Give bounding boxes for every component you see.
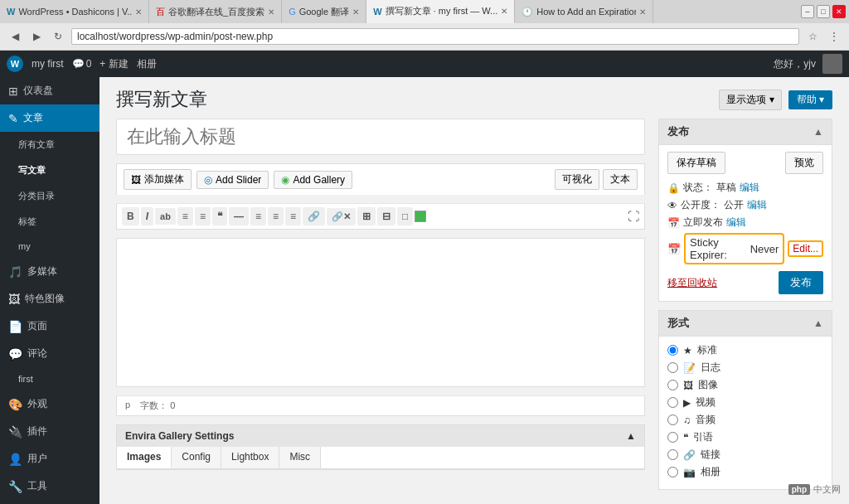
admin-bar-new[interactable]: + 新建 [99, 57, 128, 71]
fmt-hr[interactable]: — [229, 207, 249, 225]
sidebar-item-write-post[interactable]: 写文章 [0, 158, 99, 183]
url-input[interactable] [71, 28, 799, 45]
fmt-insert-table[interactable]: ⊞ [357, 207, 376, 225]
format-radio-link[interactable] [667, 449, 678, 460]
fmt-align-right[interactable]: ≡ [285, 207, 301, 225]
tab-google[interactable]: G Google 翻译 ✕ [282, 0, 366, 23]
envira-tab-lightbox[interactable]: Lightbox [221, 447, 279, 468]
tab-wp-close[interactable]: ✕ [135, 7, 142, 17]
sidebar-item-comments[interactable]: 💬 评论 [0, 340, 99, 367]
sidebar-item-dashboard[interactable]: ⊞ 仪表盘 [0, 77, 99, 104]
fmt-color-btn[interactable] [415, 211, 426, 222]
star-icon[interactable]: ☆ [804, 28, 821, 45]
display-options-btn[interactable]: 显示选项 ▾ [719, 90, 781, 110]
sidebar-item-posts[interactable]: ✎ 文章 [0, 104, 99, 132]
add-slider-btn[interactable]: ◎ Add Slider [196, 171, 269, 189]
tab-baidu[interactable]: 百 谷歌翻译在线_百度搜索 ✕ [149, 0, 282, 23]
sidebar-item-tags[interactable]: 标签 [0, 209, 99, 235]
sidebar-item-first[interactable]: first [0, 367, 99, 390]
move-trash-link[interactable]: 移至回收站 [667, 276, 717, 290]
tab-active[interactable]: W 撰写新文章 · my first — W... ✕ [366, 0, 515, 23]
format-album-label: 相册 [701, 465, 720, 479]
envira-tab-misc[interactable]: Misc [279, 447, 321, 468]
close-btn[interactable]: ✕ [832, 5, 846, 18]
status-edit-link[interactable]: 编辑 [740, 181, 759, 195]
tab-google-close[interactable]: ✕ [352, 7, 359, 17]
format-panel-collapse[interactable]: ▲ [813, 317, 823, 329]
visibility-edit-link[interactable]: 编辑 [747, 198, 767, 212]
sidebar-item-categories[interactable]: 分类目录 [0, 183, 99, 209]
format-radio-standard[interactable] [667, 345, 678, 356]
forward-btn[interactable]: ▶ [28, 28, 45, 45]
tab-active-close[interactable]: ✕ [501, 7, 507, 16]
categories-label: 分类目录 [18, 190, 55, 202]
sidebar-item-media[interactable]: 🎵 多媒体 [0, 258, 99, 285]
admin-bar-user[interactable]: 您好，yjv [774, 57, 816, 71]
tab-wp[interactable]: W WordPress • Dashicons | V... ✕ [0, 0, 149, 23]
format-radio-quote[interactable] [667, 432, 678, 443]
format-radio-album[interactable] [667, 467, 678, 477]
format-radio-audio[interactable] [667, 414, 678, 425]
sidebar-item-appearance[interactable]: 🎨 外观 [0, 390, 99, 418]
add-gallery-btn[interactable]: ◉ Add Gallery [274, 171, 352, 189]
add-gallery-label: Add Gallery [293, 174, 345, 186]
format-radio-image[interactable] [667, 380, 678, 390]
sidebar-item-featured[interactable]: 🖼 特色图像 [0, 285, 99, 313]
fmt-quote[interactable]: ❝ [212, 207, 227, 225]
tab-expiration[interactable]: 🕐 How to Add an Expiration... ✕ [515, 0, 653, 23]
envira-tab-config[interactable]: Config [172, 447, 221, 468]
sidebar-item-pages[interactable]: 📄 页面 [0, 313, 99, 340]
fmt-bold[interactable]: B [122, 207, 139, 225]
fmt-strikethrough[interactable]: ab [155, 208, 176, 225]
publish-btn[interactable]: 发布 [779, 271, 823, 294]
tab-baidu-close[interactable]: ✕ [268, 7, 274, 17]
sidebar-item-all-posts[interactable]: 所有文章 [0, 132, 99, 158]
envira-tab-images[interactable]: Images [117, 447, 172, 468]
fmt-unlink[interactable]: 🔗✕ [327, 208, 356, 225]
publish-panel-header: 发布 ▲ [659, 119, 832, 145]
sidebar-item-settings[interactable]: ⚙ 设置 [0, 500, 99, 504]
fmt-ol[interactable]: ≡ [195, 207, 211, 225]
minimize-btn[interactable]: – [801, 5, 814, 18]
wp-admin: ⊞ 仪表盘 ✎ 文章 所有文章 写文章 分类目录 标签 my 🎵 多媒体 🖼 特… [0, 77, 849, 504]
sidebar-item-plugins[interactable]: 🔌 插件 [0, 418, 99, 445]
tab-wp-label: WordPress • Dashicons | V... [18, 7, 132, 17]
post-title-input[interactable] [116, 119, 645, 155]
tab-expiration-close[interactable]: ✕ [639, 7, 646, 17]
save-draft-btn[interactable]: 保存草稿 [667, 152, 725, 174]
admin-bar-media[interactable]: 相册 [137, 57, 157, 71]
publish-time-edit-link[interactable]: 编辑 [726, 216, 746, 230]
fmt-align-center[interactable]: ≡ [268, 207, 284, 225]
fmt-expand-btn[interactable]: ⛶ [628, 210, 639, 223]
sidebar-item-my[interactable]: my [0, 235, 99, 258]
visual-btn[interactable]: 可视化 [555, 169, 599, 190]
sidebar-item-users[interactable]: 👤 用户 [0, 445, 99, 472]
format-link-label: 链接 [701, 448, 720, 462]
fmt-link[interactable]: 🔗 [303, 207, 325, 225]
envira-panel-collapse[interactable]: ▲ [626, 430, 636, 442]
admin-bar-comments[interactable]: 💬 0 [72, 58, 92, 70]
settings-icon[interactable]: ⋮ [826, 28, 842, 45]
back-btn[interactable]: ◀ [7, 28, 23, 45]
fmt-italic[interactable]: I [141, 207, 153, 225]
help-btn[interactable]: 帮助 ▾ [788, 90, 832, 109]
sidebar-item-tools[interactable]: 🔧 工具 [0, 472, 99, 500]
fmt-ul[interactable]: ≡ [177, 207, 193, 225]
fmt-insert-cell[interactable]: □ [397, 207, 413, 225]
reload-btn[interactable]: ↻ [50, 28, 66, 45]
fmt-align-left[interactable]: ≡ [250, 207, 266, 225]
add-media-btn[interactable]: 🖼 添加媒体 [124, 169, 192, 190]
format-radio-video[interactable] [667, 397, 678, 408]
preview-btn[interactable]: 预览 [785, 152, 823, 174]
admin-bar-site[interactable]: my first [32, 58, 64, 70]
editor-body[interactable] [116, 238, 645, 387]
maximize-btn[interactable]: □ [817, 5, 830, 18]
sticky-edit-btn[interactable]: Edit... [788, 240, 823, 257]
format-radio-log[interactable] [667, 362, 678, 373]
write-post-label: 写文章 [18, 164, 46, 177]
publish-panel-collapse[interactable]: ▲ [813, 126, 823, 138]
fmt-insert-row[interactable]: ⊟ [377, 207, 395, 225]
text-btn[interactable]: 文本 [603, 169, 638, 190]
format-option-album: 📷 相册 [667, 465, 823, 479]
format-option-standard: ★ 标准 [667, 343, 823, 357]
